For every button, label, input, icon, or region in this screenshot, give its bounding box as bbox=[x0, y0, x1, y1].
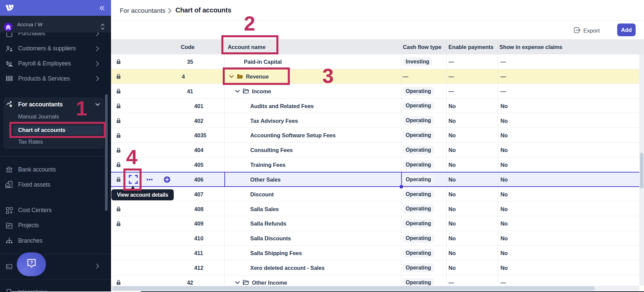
svg-text:$: $ bbox=[6, 60, 9, 66]
svg-text:?: ? bbox=[30, 260, 33, 265]
